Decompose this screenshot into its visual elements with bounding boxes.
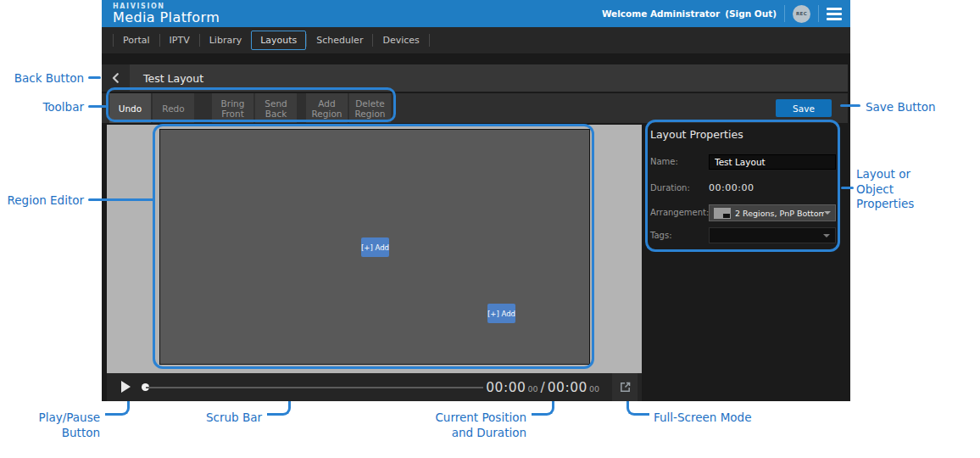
duration: 00:00 <box>548 380 587 395</box>
arrangement-dropdown[interactable]: 2 Regions, PnP Bottom Ri... <box>709 204 836 221</box>
header-divider <box>818 5 819 22</box>
back-button[interactable] <box>102 64 130 92</box>
callout-label-region-editor: Region Editor <box>0 193 84 209</box>
tab-devices[interactable]: Devices <box>373 31 428 49</box>
callout-label-scrub-bar: Scrub Bar <box>178 411 262 426</box>
arrangement-thumbnail-icon <box>714 208 731 219</box>
header-right: Welcome Administrator (Sign Out) REC <box>602 0 844 27</box>
redo-button[interactable]: Redo <box>153 93 194 123</box>
toolbar-gap <box>298 93 306 123</box>
brand-logo: HAIVISION Media Platform <box>113 3 220 25</box>
scrub-track[interactable] <box>146 387 483 388</box>
callout-line-back-button <box>88 76 101 79</box>
spacer <box>102 53 850 64</box>
main-nav: Portal IPTV Library Layouts Scheduler De… <box>102 27 850 53</box>
arrangement-value: 2 Regions, PnP Bottom Ri... <box>735 209 824 218</box>
callout-label-fullscreen: Full-Screen Mode <box>654 411 751 426</box>
page-title: Test Layout <box>143 72 203 85</box>
callout-label-play-pause: Play/Pause Button <box>16 411 100 440</box>
editor-content: [+] Add [+] Add 00:0000/00:0000 <box>102 123 850 401</box>
app-header: HAIVISION Media Platform Welcome Adminis… <box>102 0 850 27</box>
editor-toolbar: Undo Redo Bring Front Send Back Add Regi… <box>102 93 848 123</box>
duration-frames: 00 <box>589 384 599 394</box>
hamburger-menu-icon[interactable] <box>827 4 842 23</box>
arrangement-label: Arrangement: <box>650 208 709 217</box>
tab-layouts[interactable]: Layouts <box>251 31 306 50</box>
tab-portal[interactable]: Portal <box>114 31 159 49</box>
callout-label-current-position: Current Position and Duration <box>424 411 526 440</box>
callout-label-save-button: Save Button <box>866 100 936 115</box>
tags-input[interactable] <box>709 227 836 243</box>
tab-scheduler[interactable]: Scheduler <box>307 31 372 49</box>
callout-elbow-current-position <box>532 401 554 416</box>
current-position-frames: 00 <box>527 384 537 394</box>
current-position: 00:00 <box>486 380 526 395</box>
time-display: 00:0000/00:0000 <box>486 379 599 395</box>
layout-region[interactable]: [+] Add [+] Add <box>159 129 590 365</box>
name-label: Name: <box>650 157 678 166</box>
time-separator: / <box>541 380 545 395</box>
layout-properties-panel: Layout Properties Name: Duration: 00:00:… <box>642 123 850 401</box>
toolbar-gap <box>196 93 212 123</box>
welcome-text: Welcome Administrator <box>602 8 720 19</box>
callout-elbow-play-pause <box>105 401 130 416</box>
fullscreen-icon <box>619 381 632 394</box>
sign-out-link[interactable]: (Sign Out) <box>725 8 777 19</box>
media-platform-window: HAIVISION Media Platform Welcome Adminis… <box>102 0 850 401</box>
tab-library[interactable]: Library <box>200 31 251 49</box>
callout-elbow-scrub-bar <box>267 401 291 416</box>
caret-down-icon <box>823 234 830 237</box>
rec-badge[interactable]: REC <box>793 5 810 23</box>
player-bar: 00:0000/00:0000 <box>107 373 642 401</box>
tab-iptv[interactable]: IPTV <box>160 31 199 49</box>
name-input[interactable] <box>709 154 836 170</box>
save-button[interactable]: Save <box>776 99 832 117</box>
callout-elbow-fullscreen <box>626 401 649 416</box>
caret-down-icon <box>824 211 831 215</box>
tags-label: Tags: <box>650 231 672 240</box>
callout-label-properties: Layout or Object Properties <box>856 167 914 212</box>
tab-divider <box>429 34 430 47</box>
bring-front-button[interactable]: Bring Front <box>212 93 253 123</box>
callout-line-properties <box>841 187 854 189</box>
callout-label-back-button: Back Button <box>0 71 84 87</box>
region-editor-canvas: [+] Add [+] Add <box>107 125 642 373</box>
send-back-button[interactable]: Send Back <box>255 93 297 123</box>
add-region-button[interactable]: Add Region <box>306 93 348 123</box>
header-divider <box>784 5 785 22</box>
annotated-screenshot: HAIVISION Media Platform Welcome Adminis… <box>0 0 980 458</box>
brand-media-platform: Media Platform <box>113 10 220 25</box>
panel-title: Layout Properties <box>650 128 743 141</box>
callout-label-toolbar: Toolbar <box>0 100 84 115</box>
breadcrumb: Test Layout <box>102 64 848 92</box>
add-source-button-main[interactable]: [+] Add <box>361 237 389 257</box>
fullscreen-button[interactable] <box>612 373 638 401</box>
undo-button[interactable]: Undo <box>109 93 151 123</box>
duration-label: Duration: <box>650 183 690 193</box>
callout-line-save-button <box>840 104 860 107</box>
callout-line-toolbar <box>88 105 107 108</box>
back-chevron-icon <box>110 72 122 84</box>
add-source-button-pnp[interactable]: [+] Add <box>487 304 515 323</box>
delete-region-button[interactable]: Delete Region <box>349 93 391 123</box>
duration-value: 00:00:00 <box>709 182 754 193</box>
callout-line-region-editor <box>88 198 153 201</box>
play-pause-button[interactable] <box>121 381 131 393</box>
